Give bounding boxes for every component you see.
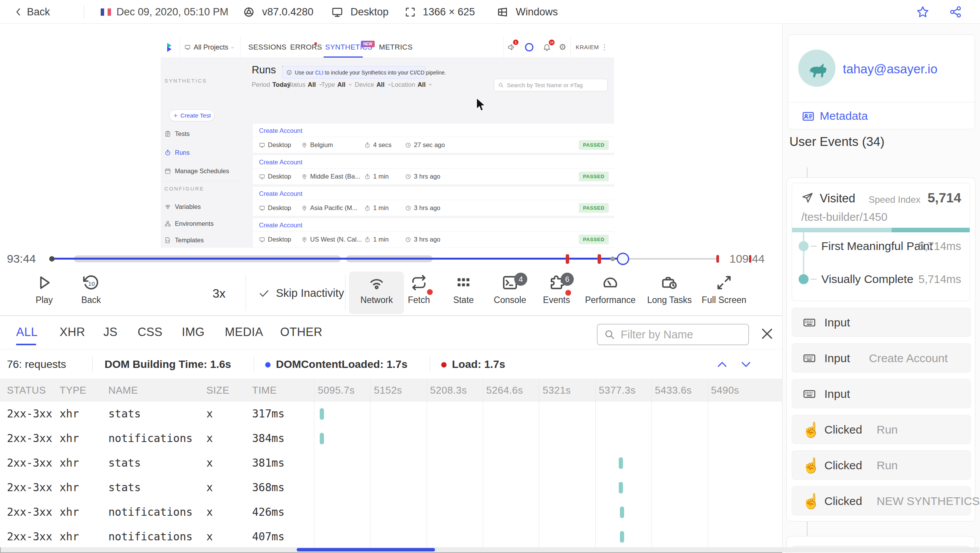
info-icon [286, 70, 292, 75]
event-item-input[interactable]: Input [792, 308, 971, 337]
filter-status[interactable]: StatusAll [287, 81, 323, 88]
clock-icon [405, 205, 411, 211]
full-screen-button[interactable]: Full Screen [695, 274, 753, 305]
long-tasks-panel-button[interactable]: Long Tasks [641, 274, 698, 305]
app-search-box[interactable] [494, 79, 608, 91]
dom-building-time: DOM Building Time: 1.6s [105, 349, 231, 379]
location-pin-icon [301, 205, 307, 211]
close-panel-icon[interactable] [759, 326, 775, 341]
divider [164, 181, 238, 181]
event-item-clicked[interactable]: ☝ Clicked Run [792, 450, 971, 480]
scrollbar-thumb[interactable] [297, 548, 435, 551]
network-summary-bar: 76: requests DOM Building Time: 1.6s DOM… [0, 349, 782, 379]
event-item-clicked[interactable]: ☝ Clicked NEW SYNTHETICS [792, 486, 971, 515]
run-test-name[interactable]: Create Account [259, 187, 302, 200]
playback-speed-button[interactable]: 3x [213, 286, 226, 301]
user-card: tahay@asayer.io Metadata [788, 35, 975, 129]
table-row[interactable]: 2xx-3xxxhrstatsx317ms [0, 402, 782, 426]
table-row[interactable]: 2xx-3xxxhrstatsx368ms [0, 475, 782, 500]
net-tab-other[interactable]: OTHER [280, 316, 322, 348]
browser-version: v87.0.4280 [262, 0, 314, 24]
chevron-down-icon[interactable] [230, 45, 235, 50]
network-filter-input[interactable] [621, 328, 742, 341]
request-timing-tick [619, 482, 623, 493]
share-icon[interactable] [949, 5, 962, 18]
tab-metrics[interactable]: METRICS [379, 36, 413, 58]
error-marker[interactable] [566, 254, 569, 264]
table-row[interactable]: 2xx-3xxxhrnotificationsx426ms [0, 500, 782, 525]
active-net-tab-underline [16, 344, 36, 345]
metric-row: Visually Complete 5,714ms [792, 272, 970, 287]
tab-synthetics[interactable]: SYNTHETICS [325, 36, 372, 58]
run-card[interactable]: Create Account Desktop US West (N. Cal..… [253, 218, 614, 247]
request-timing-tick [320, 433, 324, 444]
run-test-name[interactable]: Create Account [259, 124, 302, 137]
keyboard-icon [801, 352, 817, 364]
sidebar-item-variables[interactable]: Variables [164, 202, 201, 211]
sidebar-item-templates[interactable]: Templates [164, 236, 204, 244]
col-t6: 5433.6s [655, 379, 692, 402]
net-tab-css[interactable]: CSS [138, 316, 163, 348]
jump-previous-icon[interactable] [716, 358, 729, 371]
col-size: SIZE [206, 379, 229, 402]
back-button[interactable]: Back [27, 0, 50, 24]
playback-timeline[interactable]: 93:44 109:44 [0, 248, 782, 270]
error-marker[interactable] [598, 254, 601, 264]
run-card[interactable]: Create Account Desktop Asia Pacific (M..… [253, 187, 614, 216]
col-t1: 5152s [374, 379, 402, 402]
cli-link[interactable]: CLI [315, 70, 324, 76]
repeat-icon [410, 274, 428, 291]
visited-label: Visited [820, 192, 855, 205]
search-icon [498, 82, 504, 88]
run-card[interactable]: Create Account Desktop Belgium 4 secs 27… [253, 124, 614, 153]
horizontal-scrollbar[interactable] [1, 547, 979, 552]
performance-panel-button[interactable]: Performance [581, 274, 639, 305]
search-icon [604, 329, 615, 340]
app-search-input[interactable] [507, 82, 603, 88]
net-tab-img[interactable]: IMG [182, 316, 204, 348]
jump-next-icon[interactable] [739, 358, 752, 371]
network-table-rows: 2xx-3xxxhrstatsx317ms 2xx-3xxxhrnotifica… [0, 402, 782, 547]
pointer-hand-icon: ☝ [802, 492, 820, 510]
run-test-name[interactable]: Create Account [259, 155, 302, 168]
filter-location[interactable]: LocationAll [391, 81, 433, 88]
gear-icon[interactable]: ⚙ [559, 42, 566, 52]
run-test-name[interactable]: Create Account [259, 218, 302, 231]
sidebar-item-runs[interactable]: Runs [164, 148, 190, 157]
create-test-button[interactable]: Create Test [169, 109, 214, 121]
visited-event-card[interactable]: Visited Speed Index 5,714 /test-builder/… [792, 183, 970, 301]
skip-inactivity-toggle[interactable]: Skip Inactivity [258, 287, 344, 300]
net-tab-js[interactable]: JS [103, 316, 118, 348]
sidebar-item-tests[interactable]: Tests [164, 129, 190, 138]
playhead-handle[interactable] [617, 253, 629, 265]
col-t0: 5095.7s [318, 379, 355, 402]
sidebar-item-manage-schedules[interactable]: Manage Schedules [164, 167, 229, 175]
user-events-title: User Events (34) [789, 134, 885, 149]
table-row[interactable]: 2xx-3xxxhrstatsx381ms [0, 451, 782, 475]
divider [246, 275, 246, 311]
back-10s-button[interactable]: Back [62, 274, 120, 305]
resolution-icon [404, 6, 416, 18]
sidebar-item-environments[interactable]: Environments [164, 219, 214, 228]
net-tab-media[interactable]: MEDIA [225, 316, 263, 348]
more-menu-icon[interactable]: ⋮ [601, 36, 608, 58]
events-panel-button[interactable]: Events 6 [528, 274, 585, 305]
tab-errors[interactable]: ERRORS [290, 36, 322, 58]
app-logo-icon[interactable] [165, 41, 177, 53]
event-item-input[interactable]: Input [792, 379, 971, 408]
filter-device[interactable]: DeviceAll [355, 81, 392, 88]
back-chevron-icon[interactable] [13, 7, 24, 17]
project-selector[interactable]: All Projects [194, 36, 228, 58]
run-card[interactable]: Create Account Desktop Middle East (Ba..… [253, 155, 614, 184]
favorite-star-icon[interactable] [916, 5, 929, 18]
filter-type[interactable]: TypeAll [321, 81, 353, 88]
metadata-button[interactable]: Metadata [788, 103, 975, 129]
table-row[interactable]: 2xx-3xxxhrnotificationsx407ms [0, 525, 782, 547]
event-item-clicked[interactable]: ☝ Clicked Run [792, 415, 971, 444]
net-tab-xhr[interactable]: XHR [60, 316, 85, 348]
tab-sessions[interactable]: SESSIONS [248, 36, 287, 58]
network-filter-box[interactable] [597, 324, 749, 345]
table-row[interactable]: 2xx-3xxxhrnotificationsx384ms [0, 426, 782, 451]
event-item-input[interactable]: Input Create Account [792, 343, 971, 373]
user-menu[interactable]: KRAIEM [576, 36, 599, 58]
